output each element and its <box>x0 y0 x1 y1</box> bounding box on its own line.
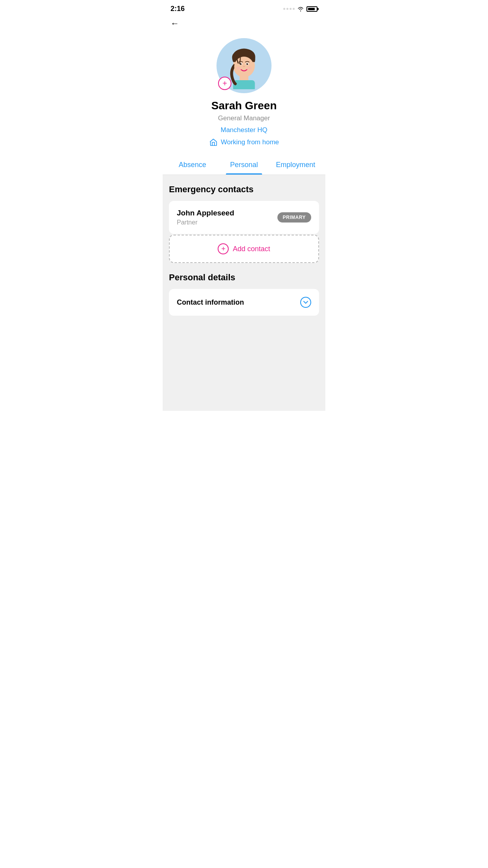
battery-icon <box>306 6 317 12</box>
content-area: Emergency contacts John Appleseed Partne… <box>163 175 325 411</box>
svg-point-10 <box>248 63 248 64</box>
contact-relation: Partner <box>177 219 234 226</box>
contact-information-label: Contact information <box>177 298 244 307</box>
contact-name: John Appleseed <box>177 209 234 217</box>
personal-details-title: Personal details <box>169 272 319 283</box>
svg-point-12 <box>247 67 251 70</box>
personal-details-section: Personal details Contact information <box>169 272 319 316</box>
add-photo-button[interactable]: + <box>218 77 231 90</box>
back-button[interactable]: ← <box>171 19 179 28</box>
emergency-contacts-section: Emergency contacts John Appleseed Partne… <box>169 184 319 263</box>
avatar-container: + <box>216 38 272 93</box>
svg-point-9 <box>241 63 241 64</box>
home-icon <box>209 138 218 147</box>
svg-point-11 <box>237 67 241 70</box>
tabs-section: Absence Personal Employment <box>163 154 325 175</box>
contact-info: John Appleseed Partner <box>177 209 234 226</box>
status-bar: 2:16 <box>163 0 325 16</box>
profile-section: + Sarah Green General Manager Manchester… <box>163 34 325 154</box>
profile-wfh-status[interactable]: Working from home <box>209 138 279 147</box>
wifi-icon <box>297 6 304 12</box>
status-icons <box>283 6 317 12</box>
tab-employment[interactable]: Employment <box>270 154 321 175</box>
chevron-down-icon <box>303 300 308 305</box>
tab-personal[interactable]: Personal <box>218 154 270 175</box>
add-contact-icon: + <box>218 243 229 254</box>
profile-name: Sarah Green <box>211 99 277 112</box>
wfh-label: Working from home <box>221 138 279 146</box>
primary-badge: PRIMARY <box>277 212 311 223</box>
profile-location[interactable]: Manchester HQ <box>220 126 267 134</box>
add-contact-label: Add contact <box>233 245 270 253</box>
tab-absence[interactable]: Absence <box>167 154 218 175</box>
profile-title: General Manager <box>218 114 270 122</box>
add-contact-button[interactable]: + Add contact <box>169 235 319 263</box>
expand-icon[interactable] <box>300 297 311 308</box>
emergency-contacts-title: Emergency contacts <box>169 184 319 195</box>
signal-dots-icon <box>283 8 295 10</box>
contact-information-card[interactable]: Contact information <box>169 289 319 316</box>
contact-card[interactable]: John Appleseed Partner PRIMARY <box>169 201 319 234</box>
header: ← <box>163 16 325 34</box>
status-time: 2:16 <box>171 5 185 13</box>
